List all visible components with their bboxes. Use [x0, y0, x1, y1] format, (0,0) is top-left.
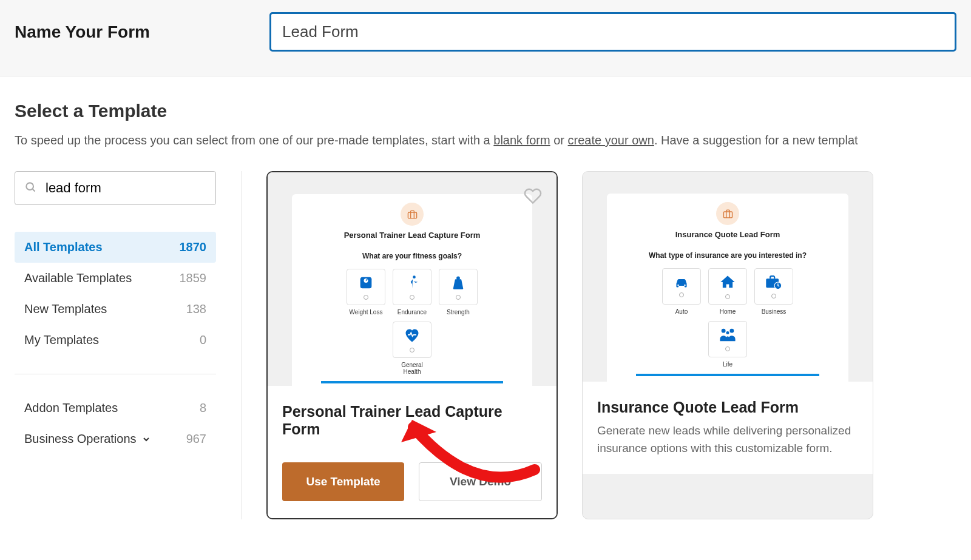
family-icon [718, 327, 737, 343]
template-name: Insurance Quote Lead Form [597, 399, 858, 416]
choice-label: Endurance [393, 309, 431, 315]
form-name-input[interactable] [269, 12, 956, 52]
choice-row: Weight Loss Endurance [309, 269, 515, 315]
running-icon [404, 274, 421, 291]
choice-business: Business [754, 268, 793, 315]
desc-text-prefix: To speed up the process you can select f… [15, 133, 493, 147]
choice-row: Life [624, 321, 831, 368]
category-business-operations[interactable]: Business Operations 967 [15, 423, 216, 454]
svg-point-12 [722, 329, 726, 333]
search-wrap [15, 171, 216, 205]
svg-point-6 [413, 275, 416, 278]
briefcase-icon [716, 202, 739, 225]
template-description: Generate new leads while delivering pers… [597, 422, 858, 457]
preview-inner: Personal Trainer Lead Capture Form What … [292, 194, 532, 386]
preview-question: What type of insurance are you intereste… [624, 251, 831, 260]
choice-label: Weight Loss [347, 309, 385, 315]
scale-icon [357, 274, 374, 291]
category-label: New Templates [24, 302, 107, 316]
select-template-title: Select a Template [15, 101, 956, 121]
choice-row: General Health [309, 322, 515, 375]
progress-bar [321, 381, 503, 383]
category-my-templates[interactable]: My Templates 0 [15, 325, 216, 356]
template-name: Personal Trainer Lead Capture Form [282, 403, 542, 438]
header-section: Name Your Form [0, 0, 971, 76]
template-card-insurance-quote[interactable]: Insurance Quote Lead Form What type of i… [582, 171, 873, 519]
category-label-with-chevron: Business Operations [24, 432, 151, 446]
progress-bar [636, 374, 819, 376]
main-layout: All Templates 1870 Available Templates 1… [15, 171, 956, 519]
template-body: Personal Trainer Lead Capture Form Use T… [268, 386, 557, 518]
category-count: 138 [186, 302, 206, 316]
content-area: Select a Template To speed up the proces… [0, 76, 971, 534]
choice-strength: Strength [439, 269, 478, 315]
template-search-input[interactable] [15, 171, 216, 205]
template-preview: Insurance Quote Lead Form What type of i… [583, 172, 873, 382]
category-count: 0 [200, 333, 206, 347]
choice-label: Auto [662, 308, 701, 315]
template-actions: Use Template View Demo [282, 462, 542, 501]
svg-line-1 [33, 189, 35, 192]
use-template-button[interactable]: Use Template [282, 462, 404, 501]
chevron-down-icon [141, 434, 151, 444]
choice-label: Life [708, 361, 747, 368]
search-icon [24, 181, 36, 195]
category-label: Available Templates [24, 271, 132, 285]
create-your-own-link[interactable]: create your own [568, 133, 654, 147]
category-available-templates[interactable]: Available Templates 1859 [15, 263, 216, 294]
sidebar: All Templates 1870 Available Templates 1… [15, 171, 242, 519]
category-addon-templates[interactable]: Addon Templates 8 [15, 393, 216, 423]
desc-text-or: or [550, 133, 568, 147]
svg-point-13 [729, 329, 734, 333]
choice-label: Home [708, 308, 747, 315]
blank-form-link[interactable]: blank form [493, 133, 550, 147]
choice-general-health: General Health [393, 322, 431, 375]
choice-endurance: Endurance [393, 269, 431, 315]
name-your-form-label: Name Your Form [15, 22, 245, 42]
template-preview: Personal Trainer Lead Capture Form What … [268, 172, 557, 386]
preview-question: What are your fitness goals? [309, 252, 515, 260]
category-count: 8 [200, 401, 206, 415]
svg-point-0 [26, 183, 33, 190]
svg-rect-7 [723, 211, 732, 217]
category-divider [15, 374, 216, 374]
template-grid: Personal Trainer Lead Capture Form What … [266, 171, 956, 519]
preview-title: Insurance Quote Lead Form [624, 230, 831, 239]
category-label: Business Operations [24, 432, 137, 446]
choice-label: Business [754, 308, 793, 315]
briefcase-clock-icon [765, 274, 783, 290]
category-all-templates[interactable]: All Templates 1870 [15, 232, 216, 263]
choice-label: General Health [393, 362, 431, 375]
view-demo-button[interactable]: View Demo [419, 462, 542, 501]
preview-inner: Insurance Quote Lead Form What type of i… [607, 194, 848, 382]
choice-label: Strength [439, 309, 478, 315]
template-card-personal-trainer[interactable]: Personal Trainer Lead Capture Form What … [266, 171, 558, 519]
category-label: My Templates [24, 333, 99, 347]
category-new-templates[interactable]: New Templates 138 [15, 294, 216, 325]
category-label: Addon Templates [24, 401, 118, 415]
svg-point-14 [726, 331, 729, 334]
home-icon [719, 274, 736, 291]
svg-point-9 [684, 285, 685, 286]
choice-home: Home [708, 268, 747, 315]
category-count: 1870 [180, 240, 207, 254]
svg-point-8 [677, 285, 678, 286]
choice-life: Life [708, 321, 747, 368]
svg-rect-2 [408, 212, 416, 218]
category-count: 1859 [180, 271, 207, 285]
desc-text-suffix: . Have a suggestion for a new templat [654, 133, 858, 147]
choice-row: Auto Home [624, 268, 831, 315]
favorite-icon[interactable] [524, 187, 542, 207]
weight-icon [450, 274, 467, 291]
category-label: All Templates [24, 240, 103, 254]
category-list: All Templates 1870 Available Templates 1… [15, 232, 216, 454]
car-icon [672, 275, 691, 289]
category-count: 967 [186, 432, 206, 446]
briefcase-icon [401, 203, 424, 226]
select-template-description: To speed up the process you can select f… [15, 131, 956, 149]
preview-title: Personal Trainer Lead Capture Form [309, 231, 515, 240]
choice-auto: Auto [662, 268, 701, 315]
heart-pulse-icon [404, 327, 421, 344]
choice-weight-loss: Weight Loss [347, 269, 385, 315]
template-body: Insurance Quote Lead Form Generate new l… [583, 382, 873, 474]
